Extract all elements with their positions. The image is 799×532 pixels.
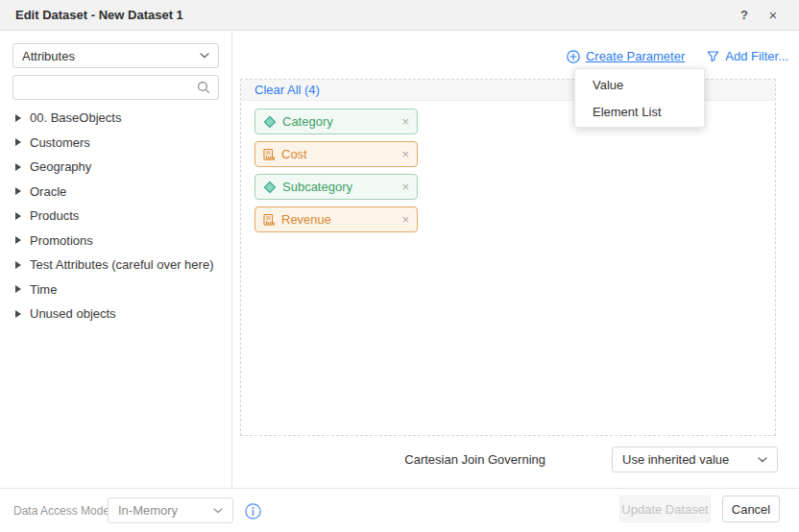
tree-item-label: Geography <box>30 159 91 174</box>
cancel-button[interactable]: Cancel <box>722 496 780 522</box>
tree-item-label: 00. BaseObjects <box>30 110 121 125</box>
tree-item-customers[interactable]: Customers <box>0 131 231 156</box>
caret-right-icon[interactable] <box>15 212 21 220</box>
plus-circle-icon <box>567 50 580 63</box>
metric-icon <box>263 213 276 227</box>
tree-item-label: Customers <box>30 135 90 150</box>
data-access-mode-select[interactable]: In-Memory <box>108 497 233 523</box>
chip-subcategory[interactable]: Subcategory × <box>254 174 418 200</box>
editor-toolbar: Create Parameter Add Filter... <box>567 49 788 63</box>
search-icon <box>197 81 210 94</box>
object-browser-sidebar: Attributes 00. BaseObjects Customers Geo… <box>0 31 232 488</box>
chip-label: Category <box>282 114 401 129</box>
chevron-down-icon <box>213 508 223 514</box>
remove-icon[interactable]: × <box>401 181 409 193</box>
dialog-header: Edit Dataset - New Dataset 1 ? × <box>0 0 799 31</box>
data-access-mode-label: Data Access Mode <box>13 489 109 532</box>
update-dataset-button[interactable]: Update Dataset <box>619 496 711 522</box>
menu-item-value[interactable]: Value <box>575 71 704 98</box>
create-parameter-menu: Value Element List <box>574 68 705 128</box>
object-type-select[interactable]: Attributes <box>12 43 219 68</box>
attribute-diamond-icon <box>263 115 277 129</box>
menu-item-element-list[interactable]: Element List <box>575 98 704 125</box>
cartesian-join-row: Cartesian Join Governing Use inherited v… <box>404 447 778 472</box>
add-filter-link[interactable]: Add Filter... <box>707 49 788 63</box>
metric-icon <box>263 148 276 161</box>
tree-item-products[interactable]: Products <box>0 204 231 229</box>
tree-item-label: Time <box>30 282 57 297</box>
tree-item-label: Test Attributes (careful over here) <box>30 257 213 272</box>
cartesian-join-select[interactable]: Use inherited value <box>612 447 778 472</box>
remove-icon[interactable]: × <box>401 115 409 128</box>
tree-item-test-attributes[interactable]: Test Attributes (careful over here) <box>0 253 231 278</box>
chip-label: Cost <box>281 147 401 161</box>
tree-item-label: Products <box>30 208 79 223</box>
caret-right-icon[interactable] <box>15 285 21 293</box>
dialog-title: Edit Dataset - New Dataset 1 <box>15 8 734 22</box>
dataset-objects-panel: Clear All (4) Category × Cost × Subcateg… <box>240 79 776 436</box>
caret-right-icon[interactable] <box>15 114 21 122</box>
caret-right-icon[interactable] <box>15 163 21 171</box>
filter-funnel-icon <box>707 50 719 62</box>
caret-right-icon[interactable] <box>15 261 21 269</box>
tree-item-unused-objects[interactable]: Unused objects <box>0 302 231 326</box>
tree-item-label: Oracle <box>30 184 66 199</box>
remove-icon[interactable]: × <box>401 213 409 226</box>
data-access-mode-value: In-Memory <box>118 503 213 518</box>
object-type-value: Attributes <box>22 49 200 63</box>
caret-right-icon[interactable] <box>15 236 21 244</box>
object-tree: 00. BaseObjects Customers Geography Orac… <box>0 106 231 326</box>
cartesian-join-value: Use inherited value <box>622 452 758 467</box>
remove-icon[interactable]: × <box>401 148 409 160</box>
dialog-footer: Data Access Mode In-Memory Update Datase… <box>0 488 799 532</box>
tree-item-oracle[interactable]: Oracle <box>0 180 231 205</box>
help-icon[interactable]: ? <box>734 5 755 26</box>
tree-item-time[interactable]: Time <box>0 278 231 302</box>
caret-right-icon[interactable] <box>15 187 21 195</box>
chevron-down-icon <box>758 457 767 463</box>
dataset-objects-list: Category × Cost × Subcategory × Revenue <box>241 101 598 239</box>
edit-dataset-dialog: Edit Dataset - New Dataset 1 ? × Attribu… <box>0 0 799 532</box>
tree-item-geography[interactable]: Geography <box>0 155 231 180</box>
create-parameter-label: Create Parameter <box>586 49 685 63</box>
clear-all-link[interactable]: Clear All (4) <box>254 83 320 97</box>
dataset-editor-main: Create Parameter Add Filter... Clear All… <box>232 31 799 488</box>
close-icon[interactable]: × <box>763 5 784 26</box>
caret-right-icon[interactable] <box>15 138 21 146</box>
caret-right-icon[interactable] <box>15 310 21 318</box>
tree-item-baseobjects[interactable]: 00. BaseObjects <box>0 106 231 131</box>
info-icon[interactable] <box>245 503 261 520</box>
tree-item-label: Promotions <box>30 233 93 248</box>
tree-item-promotions[interactable]: Promotions <box>0 229 231 254</box>
tree-item-label: Unused objects <box>30 306 116 321</box>
cartesian-join-label: Cartesian Join Governing <box>404 452 545 467</box>
chip-category[interactable]: Category × <box>254 109 418 134</box>
chip-revenue[interactable]: Revenue × <box>254 206 418 232</box>
cartesian-join-select-box[interactable]: Use inherited value <box>612 447 778 472</box>
add-filter-label: Add Filter... <box>725 49 788 63</box>
chip-label: Subcategory <box>282 180 401 194</box>
create-parameter-link[interactable]: Create Parameter <box>567 49 685 63</box>
search-field <box>12 75 219 100</box>
search-input[interactable] <box>21 81 197 95</box>
chevron-down-icon <box>200 53 209 59</box>
attribute-diamond-icon <box>263 181 277 194</box>
chip-label: Revenue <box>281 212 401 227</box>
chip-cost[interactable]: Cost × <box>254 141 418 167</box>
